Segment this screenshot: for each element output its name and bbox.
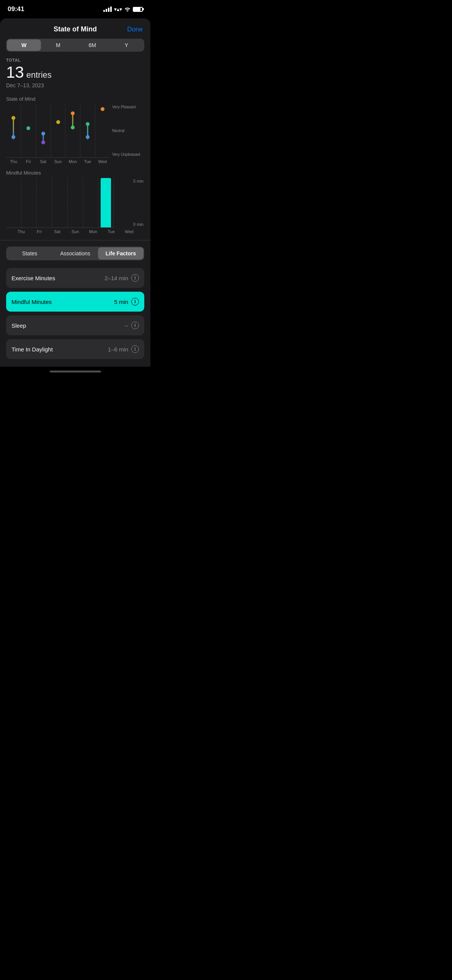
som-label-neutral: Neutral — [112, 129, 144, 133]
tab-week[interactable]: W — [7, 39, 41, 51]
factor-daylight-value: 1–6 min — [108, 346, 128, 353]
mindful-x-fri: Fri — [30, 229, 48, 234]
som-x-tue: Tue — [80, 159, 95, 164]
factor-sleep-right: -- i — [124, 322, 139, 329]
som-x-mon: Mon — [65, 159, 80, 164]
factor-mindful-right: 5 min i — [114, 298, 139, 305]
total-label: TOTAL — [6, 58, 144, 62]
divider — [0, 240, 150, 240]
stats-section: TOTAL 13 entries Dec 7–13, 2023 — [0, 58, 150, 96]
mindful-col-fri — [21, 178, 37, 227]
mindful-col-tue — [83, 178, 98, 227]
mindful-bar-wed — [101, 178, 111, 227]
entry-count: 13 — [6, 63, 24, 82]
date-range: Dec 7–13, 2023 — [6, 82, 144, 88]
wifi-icon: ▾▴▾ — [114, 6, 122, 12]
factor-daylight-right: 1–6 min i — [108, 345, 139, 353]
som-col-tue — [80, 104, 95, 157]
info-icon-mindful[interactable]: i — [131, 298, 139, 305]
entry-unit: entries — [26, 70, 52, 80]
som-label-very-pleasant: Very Pleasant — [112, 105, 144, 109]
factor-daylight-label: Time In Daylight — [11, 346, 53, 353]
info-icon-sleep[interactable]: i — [131, 322, 139, 329]
mindful-wrapper: 5 min 0 min — [6, 178, 144, 228]
som-x-sun: Sun — [51, 159, 65, 164]
mindful-chart-area: 5 min 0 min — [6, 178, 114, 228]
mindful-x-thu: Thu — [12, 229, 30, 234]
status-bar: 09:41 ▾▴▾ — [0, 0, 150, 17]
som-chart: Very Pleasant Neutral Very Unpleasant — [6, 104, 144, 158]
main-card: State of Mind Done W M 6M Y TOTAL 13 ent… — [0, 18, 150, 367]
wifi-icon — [124, 7, 131, 11]
som-y-labels: Very Pleasant Neutral Very Unpleasant — [110, 104, 144, 158]
mindful-col-sat — [37, 178, 52, 227]
mindful-x-mon: Mon — [84, 229, 102, 234]
mindful-y-min: 0 min — [133, 222, 144, 227]
mindful-y-max: 5 min — [133, 179, 144, 183]
factor-exercise-label: Exercise Minutes — [11, 275, 55, 281]
info-icon-exercise[interactable]: i — [131, 274, 139, 282]
mindful-chart: Mindful Minutes 5 min 0 min Thu Fri — [6, 170, 144, 234]
tab-year[interactable]: Y — [109, 39, 144, 51]
info-icon-daylight[interactable]: i — [131, 345, 139, 353]
som-x-wed: Wed — [95, 159, 110, 164]
mindful-col-thu — [6, 178, 21, 227]
stats-count: 13 entries — [6, 63, 144, 82]
header: State of Mind Done — [0, 18, 150, 39]
som-chart-label: State of Mind — [0, 96, 150, 104]
som-col-fri — [21, 104, 36, 157]
done-button[interactable]: Done — [127, 26, 143, 33]
tab-states[interactable]: States — [7, 247, 52, 260]
page-title: State of Mind — [54, 25, 97, 33]
time-filter-tabs: W M 6M Y — [6, 39, 144, 52]
som-chart-area — [6, 104, 110, 158]
som-col-sat — [36, 104, 51, 157]
life-factors-list: Exercise Minutes 2–14 min i Mindful Minu… — [6, 268, 144, 359]
som-x-thu: Thu — [6, 159, 21, 164]
factor-exercise-value: 2–14 min — [104, 275, 128, 281]
mindful-col-mon — [68, 178, 83, 227]
tab-sixmonth[interactable]: 6M — [75, 39, 109, 51]
factor-sleep-value: -- — [124, 322, 128, 329]
factor-mindful-label: Mindful Minutes — [11, 299, 52, 305]
som-x-fri: Fri — [21, 159, 36, 164]
factor-exercise-right: 2–14 min i — [104, 274, 139, 282]
som-col-wed — [95, 104, 110, 157]
som-label-very-unpleasant: Very Unpleasant — [112, 152, 144, 157]
status-icons: ▾▴▾ — [103, 6, 143, 12]
mindful-y-labels: 5 min 0 min — [133, 178, 144, 227]
mindful-x-tue: Tue — [102, 229, 120, 234]
som-x-sat: Sat — [36, 159, 51, 164]
tab-month[interactable]: M — [41, 39, 75, 51]
home-indicator — [0, 367, 150, 375]
factor-mindful-value: 5 min — [114, 299, 128, 305]
mindful-x-sat: Sat — [48, 229, 66, 234]
factor-mindful[interactable]: Mindful Minutes 5 min i — [6, 292, 144, 312]
factor-exercise[interactable]: Exercise Minutes 2–14 min i — [6, 268, 144, 288]
mindful-x-sun: Sun — [66, 229, 84, 234]
mindful-col-sun — [52, 178, 67, 227]
som-x-labels: Thu Fri Sat Sun Mon Tue Wed — [6, 159, 144, 164]
tab-associations[interactable]: Associations — [52, 247, 98, 260]
som-col-sun — [51, 104, 66, 157]
som-col-mon — [65, 104, 80, 157]
factor-sleep-label: Sleep — [11, 322, 26, 329]
status-time: 09:41 — [8, 5, 24, 13]
som-col-thu — [6, 104, 21, 157]
mindful-x-wed: Wed — [120, 229, 138, 234]
tab-life-factors[interactable]: Life Factors — [98, 247, 144, 260]
factor-daylight[interactable]: Time In Daylight 1–6 min i — [6, 339, 144, 359]
battery-icon — [133, 7, 143, 12]
mindful-col-wed — [98, 178, 114, 227]
bottom-tabs: States Associations Life Factors — [6, 247, 144, 260]
factor-sleep[interactable]: Sleep -- i — [6, 315, 144, 335]
home-bar — [50, 371, 101, 372]
mindful-chart-label: Mindful Minutes — [6, 170, 144, 178]
signal-icon — [103, 7, 112, 12]
mindful-x-labels: Thu Fri Sat Sun Mon Tue Wed — [12, 229, 138, 234]
